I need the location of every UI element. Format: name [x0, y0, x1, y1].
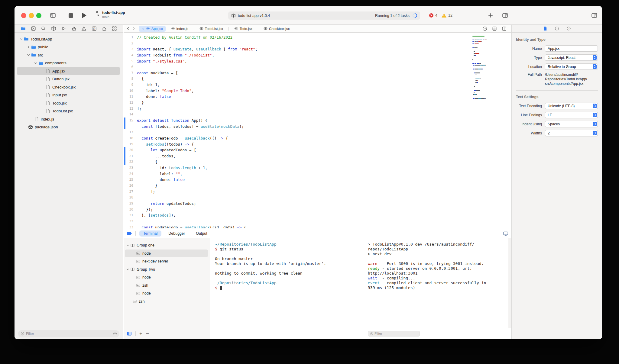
activity-status-pill[interactable]: todo-list-app v1.0.4 Running 1 of 2 task… — [228, 11, 420, 20]
code-line[interactable]: 6 — [124, 64, 470, 70]
terminal-scrollbar[interactable] — [508, 238, 511, 328]
code-line[interactable]: 18 const createTodo = useCallback(() => … — [124, 135, 470, 141]
issue-badges[interactable]: ✕ 4 12 — [429, 13, 455, 18]
close-icon[interactable] — [141, 27, 144, 30]
code-line[interactable]: 9 id: 1, — [124, 82, 470, 88]
file-blue-icon[interactable] — [543, 26, 547, 31]
close-button[interactable] — [21, 13, 26, 18]
panel-tab-output[interactable]: Output — [192, 230, 211, 237]
puzzle-icon[interactable] — [102, 26, 107, 31]
tree-item-app-jsx[interactable]: App.jsx — [15, 67, 123, 75]
run-button[interactable] — [82, 13, 86, 18]
select-field[interactable]: Relative to Group — [545, 63, 598, 70]
code-line[interactable]: 23 id: todos.length + 1, — [124, 165, 470, 171]
clock-icon[interactable] — [555, 26, 559, 31]
code-line[interactable]: 32 — [124, 218, 470, 224]
terminal-item-node[interactable]: node — [124, 273, 210, 282]
toggle-left-sidebar-icon[interactable] — [50, 12, 56, 18]
select-field[interactable]: LF — [545, 112, 598, 118]
terminal-dev[interactable]: > TodoListApp@0.1.0 dev /Users/austincon… — [363, 238, 511, 328]
code-line[interactable]: 1// Created by Austin Condiff on 02/16/2… — [124, 34, 470, 40]
minimize-button[interactable] — [29, 13, 34, 18]
tab-todolist-jsx[interactable]: TodoList.jsx — [194, 25, 228, 32]
code-line[interactable]: 5import "./styles.css"; — [124, 58, 470, 64]
tree-item-package-json[interactable]: package.json — [15, 123, 123, 131]
tab-app-jsx[interactable]: App.jsx — [139, 26, 166, 32]
chevron-down-icon[interactable] — [27, 53, 30, 57]
help-icon[interactable]: ? — [566, 26, 571, 31]
code-line[interactable]: 15export default function App() { — [124, 118, 470, 124]
stepper-icon[interactable] — [593, 113, 597, 117]
add-filter-icon[interactable] — [113, 332, 117, 336]
panel-tab-debugger[interactable]: Debugger — [164, 230, 189, 237]
code-line[interactable]: 10 label: "Sample Todo", — [124, 88, 470, 94]
swap-editor-icon[interactable] — [492, 26, 497, 31]
chevron-right-icon[interactable] — [27, 45, 30, 49]
select-field[interactable]: Unicode (UTF-8) — [545, 103, 598, 109]
panel-tab-terminal[interactable]: Terminal — [139, 230, 161, 237]
stop-button[interactable] — [69, 13, 73, 18]
code-line[interactable]: const [todos, setTodos] = useState(mockD… — [124, 124, 470, 130]
minimap[interactable] — [470, 33, 493, 228]
code-line[interactable]: 28 — [124, 195, 470, 201]
braces-icon[interactable]: {} — [92, 26, 97, 31]
tree-item-components[interactable]: components — [15, 59, 123, 67]
code-line[interactable]: 30 }); — [124, 207, 470, 213]
code-line[interactable]: 8 { — [124, 76, 470, 82]
code-line[interactable]: 11 done: false — [124, 94, 470, 100]
remove-terminal-button[interactable]: − — [146, 331, 149, 336]
toggle-terminal-sidebar-icon[interactable] — [127, 331, 132, 336]
forward-icon[interactable] — [132, 27, 136, 31]
select-field[interactable]: 2 — [545, 130, 598, 136]
terminal-git[interactable]: ~/Repositories/TodoListApp$ git statusOn… — [210, 238, 363, 328]
warning-icon[interactable] — [81, 26, 86, 31]
folder-icon[interactable] — [21, 26, 26, 31]
code-line[interactable]: 20 let updatedTodos = [ — [124, 147, 470, 153]
toggle-right-sidebar-icon[interactable] — [591, 12, 597, 18]
tree-item-todo-jsx[interactable]: Todo.jsx — [15, 99, 123, 107]
source-control-icon[interactable] — [31, 26, 36, 31]
code-line[interactable]: 25 done: false — [124, 177, 470, 183]
code-line[interactable]: 22 { — [124, 159, 470, 165]
zoom-button[interactable] — [36, 13, 41, 18]
drawer-icon[interactable] — [127, 230, 132, 236]
tab-index-js[interactable]: index.js — [166, 25, 194, 32]
display-icon[interactable] — [503, 231, 508, 236]
terminal-filter-input[interactable]: Filter — [368, 331, 420, 337]
stepper-icon[interactable] — [593, 104, 597, 108]
package-icon[interactable] — [51, 26, 56, 31]
code-line[interactable]: 29 return updatedTodos; — [124, 201, 470, 207]
editor-scrollbar-gutter[interactable] — [493, 33, 511, 228]
tree-item-todolist-jsx[interactable]: TodoList.jsx — [15, 107, 123, 115]
tree-item-index-js[interactable]: index.js — [15, 115, 123, 123]
add-tab-icon[interactable] — [488, 13, 493, 18]
code-line[interactable]: 31 }, [setTodos]); — [124, 212, 470, 218]
code-line[interactable]: 19 setTodos((todos) => { — [124, 141, 470, 147]
chevron-down-icon[interactable] — [126, 268, 129, 271]
chevron-down-icon[interactable] — [34, 61, 37, 65]
tab-checkbox-jsx[interactable]: Checkbox.jsx — [258, 25, 295, 32]
navigator-filter-input[interactable]: Filter — [18, 330, 119, 337]
code-editor[interactable]: 1// Created by Austin Condiff on 02/16/2… — [124, 33, 511, 228]
tree-item-src[interactable]: src — [15, 51, 123, 59]
code-line[interactable]: 4import TodoList from "./TodoList"; — [124, 52, 470, 58]
grid-icon[interactable] — [112, 26, 117, 31]
code-line[interactable]: 7const mockData = [ — [124, 70, 470, 76]
select-field[interactable]: Javascript: React — [545, 54, 598, 61]
toggle-panel-icon[interactable] — [502, 12, 508, 18]
tree-item-todolistapp[interactable]: TodoListApp — [15, 35, 123, 43]
code-line[interactable]: 21 ...todos, — [124, 153, 470, 159]
code-line[interactable]: 17 — [124, 129, 470, 135]
terminal-item-group-one[interactable]: Group one — [124, 241, 210, 250]
search-icon[interactable] — [41, 26, 46, 31]
bug-icon[interactable] — [71, 26, 76, 31]
stepper-icon[interactable] — [593, 122, 597, 126]
play-icon[interactable] — [61, 26, 66, 31]
code-line[interactable]: 14 — [124, 111, 470, 118]
code-line[interactable]: 12 } — [124, 100, 470, 106]
chevron-down-icon[interactable] — [19, 37, 23, 41]
more-options-icon[interactable] — [482, 26, 487, 31]
code-line[interactable]: 27 ]; — [124, 189, 470, 195]
tab-todo-jsx[interactable]: Todo.jsx — [229, 25, 258, 32]
code-line[interactable]: 26 } — [124, 183, 470, 189]
